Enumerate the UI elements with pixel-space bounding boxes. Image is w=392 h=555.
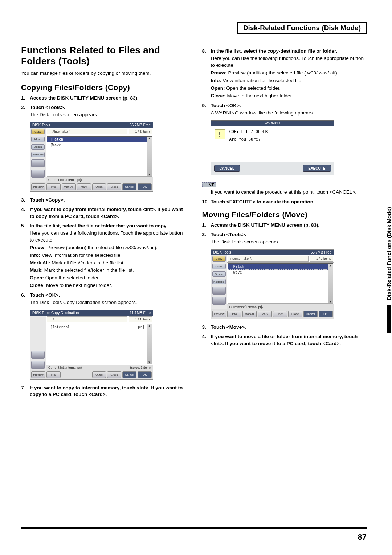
- file-list[interactable]: [Internal.prj ]: [47, 324, 152, 364]
- warning-cancel-button[interactable]: CANCEL: [214, 165, 240, 172]
- ok-button[interactable]: OK: [138, 371, 152, 378]
- scrollbar[interactable]: [147, 324, 152, 364]
- path-field: Int:\: [47, 316, 127, 322]
- items-count: 1 / 1 items: [129, 316, 152, 322]
- page-title: Functions Related to Files and Folders (…: [21, 45, 186, 67]
- def-mark: Mark:: [30, 267, 43, 273]
- cancel-button[interactable]: Cancel: [122, 371, 136, 378]
- fig-footer-sel: (select 1 item): [130, 366, 151, 369]
- left-column: Functions Related to Files and Folders (…: [21, 45, 186, 399]
- fig-free: 66.7MB Free: [130, 123, 151, 127]
- warning-execute-button[interactable]: EXECUTE: [303, 165, 331, 172]
- fig-title: DISK Tools Copy Destination: [32, 311, 79, 315]
- fig-sidebar: Copy Move Delete Rename: [211, 255, 227, 309]
- close-button[interactable]: Close: [288, 311, 302, 317]
- open-button[interactable]: Open: [92, 183, 106, 190]
- side-int-icon[interactable]: [31, 351, 45, 359]
- content-columns: Functions Related to Files and Folders (…: [21, 45, 367, 399]
- side-int-icon[interactable]: [212, 287, 226, 295]
- side-card-icon[interactable]: [31, 361, 45, 369]
- section-heading-copy: Copying Files/Folders (Copy): [21, 83, 186, 92]
- markall-button[interactable]: MarkAll: [62, 183, 76, 190]
- file-row[interactable]: [Internal.prj ]: [47, 324, 152, 330]
- fig-button-row: Preview Info Open Close Cancel OK: [30, 370, 153, 379]
- fig-sidebar: [30, 316, 46, 370]
- def-close: Close:: [30, 283, 45, 288]
- side-card-icon[interactable]: [31, 170, 45, 178]
- open-button[interactable]: Open: [273, 311, 287, 317]
- side-rename-button[interactable]: Rename: [212, 279, 226, 284]
- info-button[interactable]: Info: [46, 371, 61, 378]
- preview-button[interactable]: Preview: [212, 311, 226, 317]
- step-8: 8.In the file list, select the copy-dest…: [202, 48, 367, 54]
- mark-button[interactable]: Mark: [77, 183, 91, 190]
- step-6-body: The Disk Tools Copy Destination screen a…: [30, 299, 186, 306]
- side-rename-button[interactable]: Rename: [31, 152, 45, 157]
- figure-disk-tools-2: DISK Tools66.7MB Free Copy Move Delete R…: [211, 249, 334, 319]
- file-list[interactable]: [Patch] [Wave]: [47, 136, 152, 177]
- file-row[interactable]: [Patch]: [228, 264, 333, 270]
- side-delete-button[interactable]: Delete: [212, 271, 226, 277]
- side-copy-button[interactable]: Copy: [31, 129, 45, 134]
- footer-rule: [21, 527, 367, 529]
- path-field: Int:\Internal.prj\: [228, 256, 309, 262]
- close-button[interactable]: Close: [107, 371, 121, 378]
- warning-title: WARNING: [211, 121, 334, 126]
- step-7-text: If you want to copy to internal memory, …: [30, 385, 183, 397]
- preview-button[interactable]: Preview: [31, 371, 45, 378]
- side-tab-label: Disk-Related Functions (Disk Mode): [386, 207, 392, 300]
- markall-button[interactable]: MarkAll: [242, 311, 257, 317]
- fig-button-row: Preview Info MarkAll Mark Open Close Can…: [211, 309, 334, 319]
- side-move-button[interactable]: Move: [212, 264, 226, 269]
- scrollbar[interactable]: [147, 137, 152, 176]
- step-9: 9.Touch <OK>.: [202, 102, 367, 109]
- ok-button[interactable]: OK: [319, 311, 333, 317]
- step-10: 10.Touch <EXECUTE> to execute the operat…: [202, 199, 367, 205]
- move-step-4-text: If you want to move a file or folder fro…: [211, 334, 358, 346]
- open-button[interactable]: Open: [92, 371, 106, 378]
- side-card-icon[interactable]: [212, 297, 226, 305]
- mark-button[interactable]: Mark: [258, 311, 272, 317]
- file-row[interactable]: [Wave]: [228, 270, 333, 275]
- side-copy-button[interactable]: Copy: [212, 256, 226, 262]
- side-delete-button[interactable]: Delete: [31, 144, 45, 150]
- fig-title: DISK Tools: [32, 123, 50, 127]
- info-button[interactable]: Info: [227, 311, 241, 317]
- step-4: 4.If you want to copy from internal memo…: [21, 206, 186, 219]
- side-int-icon[interactable]: [31, 159, 45, 167]
- fig-free: 11.1MB Free: [130, 311, 151, 315]
- def-markall: Mark All:: [30, 260, 50, 266]
- def-prevw: Prevw:: [30, 245, 46, 250]
- preview-button[interactable]: Preview: [31, 183, 45, 190]
- figure-copy-destination: DISK Tools Copy Destination11.1MB Free I…: [30, 310, 153, 380]
- step-5: 5.In the file list, select the file or f…: [21, 223, 186, 229]
- scrollbar[interactable]: [328, 264, 333, 303]
- cancel-button[interactable]: Cancel: [122, 183, 136, 190]
- path-field: Int:\Internal.prj\: [47, 129, 127, 134]
- step-7: 7.If you want to copy to internal memory…: [21, 385, 186, 398]
- step-6: 6.Touch <OK>.: [21, 292, 186, 299]
- cancel-button[interactable]: Cancel: [303, 311, 318, 317]
- info-button[interactable]: Info: [46, 183, 61, 190]
- file-list[interactable]: [Patch] [Wave]: [228, 263, 333, 304]
- step-2-text: Touch <Tools>.: [30, 105, 65, 110]
- header-box: Disk-Related Functions (Disk Mode): [237, 22, 367, 34]
- warning-icon: !: [215, 129, 225, 139]
- figure-warning: WARNING ! COPY FILE/FOLDER Are You Sure?…: [211, 120, 334, 175]
- intro-text: You can manage files or folders by copyi…: [21, 70, 186, 76]
- step-1: 1.Access the DISK UTILITY MENU screen (p…: [21, 95, 186, 101]
- side-move-button[interactable]: Move: [31, 137, 45, 142]
- step-9-text: Touch <OK>.: [211, 103, 241, 108]
- close-button[interactable]: Close: [107, 183, 121, 190]
- section-heading-move: Moving Files/Folders (Move): [202, 210, 367, 219]
- fig-title: DISK Tools: [213, 250, 231, 254]
- file-row[interactable]: [Wave]: [47, 142, 152, 148]
- move-step-2-text: Touch <Tools>.: [211, 232, 246, 237]
- step-3: 3.Touch <Copy>.: [21, 197, 186, 203]
- page-number: 87: [358, 532, 367, 542]
- move-step-3: 3.Touch <Move>.: [202, 324, 367, 331]
- def-info: Info:: [30, 252, 40, 258]
- file-row[interactable]: [Patch]: [47, 137, 152, 142]
- ok-button[interactable]: OK: [138, 183, 152, 190]
- figure-disk-tools: DISK Tools66.7MB Free Copy Move Delete R…: [30, 122, 153, 192]
